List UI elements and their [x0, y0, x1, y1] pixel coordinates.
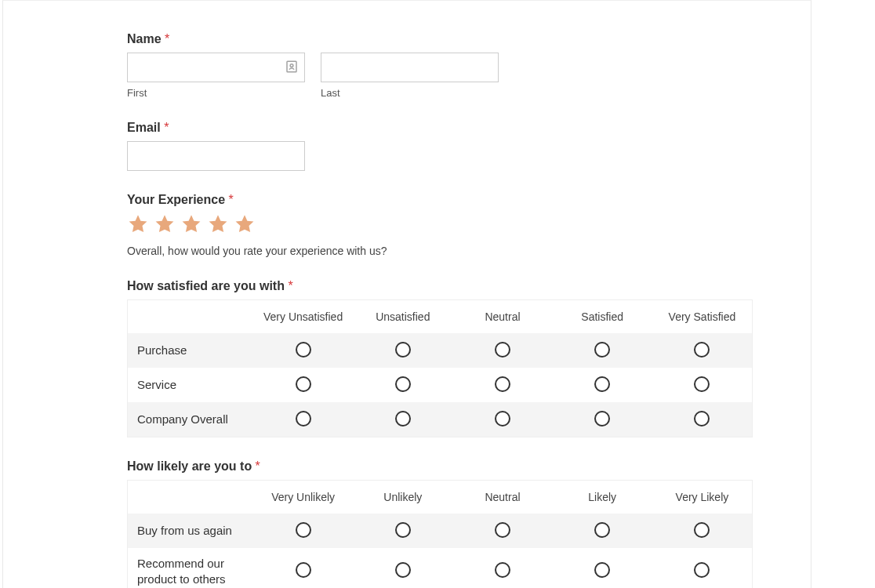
- likert-header-spacer: [128, 309, 253, 325]
- likert-cell: [652, 403, 752, 437]
- likert-cell: [553, 554, 652, 588]
- likert-header: Very UnlikelyUnlikelyNeutralLikelyVery L…: [128, 481, 752, 514]
- star-icon[interactable]: [154, 213, 176, 235]
- email-label: Email *: [127, 121, 754, 135]
- likert-radio[interactable]: [594, 376, 610, 392]
- experience-hint: Overall, how would you rate your experie…: [127, 245, 754, 257]
- satisfaction-field: How satisfied are you with * Very Unsati…: [127, 279, 754, 437]
- likert-radio[interactable]: [594, 411, 610, 426]
- likely-likert: Very UnlikelyUnlikelyNeutralLikelyVery L…: [127, 480, 753, 588]
- likert-radio[interactable]: [395, 411, 411, 426]
- likert-row: Recommend our product to others: [128, 548, 752, 588]
- satisfaction-likert: Very UnsatisfiedUnsatisfiedNeutralSatisf…: [127, 299, 753, 437]
- likert-row: Buy from us again: [128, 514, 752, 548]
- likert-row-label: Buy from us again: [128, 515, 253, 546]
- likert-cell: [452, 368, 552, 402]
- experience-label-text: Your Experience: [127, 193, 225, 206]
- form: Name * First L: [127, 32, 754, 588]
- likert-cell: [452, 403, 552, 437]
- likert-cell: [452, 334, 552, 368]
- likert-radio[interactable]: [395, 522, 411, 538]
- likert-cell: [353, 514, 452, 548]
- first-name-col: First: [127, 53, 305, 99]
- star-icon[interactable]: [180, 213, 202, 235]
- last-name-input[interactable]: [321, 53, 499, 82]
- email-input[interactable]: [127, 141, 305, 171]
- likert-scale-label: Satisfied: [553, 303, 652, 331]
- likert-cell: [553, 403, 652, 437]
- required-mark: *: [288, 279, 292, 292]
- likert-cell: [353, 368, 452, 402]
- likert-cell: [353, 554, 452, 588]
- likert-radio[interactable]: [694, 522, 710, 538]
- likert-cell: [353, 334, 452, 368]
- first-sublabel: First: [127, 87, 305, 99]
- star-rating[interactable]: [127, 213, 754, 235]
- likert-radio[interactable]: [694, 342, 710, 358]
- likert-cell: [253, 554, 353, 588]
- likert-scale-label: Neutral: [452, 303, 552, 331]
- likert-radio[interactable]: [694, 411, 710, 426]
- likely-label: How likely are you to *: [127, 459, 754, 474]
- likert-cell: [652, 368, 752, 402]
- likert-cell: [253, 334, 353, 368]
- likert-row-label: Purchase: [128, 335, 253, 366]
- name-row: First Last: [127, 53, 754, 99]
- star-icon[interactable]: [234, 213, 256, 235]
- likert-row: Service: [128, 368, 752, 402]
- star-icon[interactable]: [127, 213, 149, 235]
- likert-cell: [553, 334, 652, 368]
- star-icon[interactable]: [207, 213, 229, 235]
- likert-scale-label: Very Unsatisfied: [253, 303, 353, 331]
- likert-radio[interactable]: [296, 411, 311, 426]
- likert-scale-label: Unlikely: [353, 483, 452, 511]
- likert-radio[interactable]: [395, 562, 411, 578]
- likert-radio[interactable]: [495, 376, 510, 392]
- satisfaction-label-text: How satisfied are you with: [127, 279, 285, 292]
- likert-radio[interactable]: [495, 342, 510, 358]
- experience-label: Your Experience *: [127, 193, 754, 207]
- satisfaction-label: How satisfied are you with *: [127, 279, 754, 293]
- likert-row-label: Service: [128, 369, 253, 401]
- required-mark: *: [165, 32, 169, 45]
- likert-scale-label: Unsatisfied: [353, 303, 452, 331]
- likert-cell: [253, 403, 353, 437]
- likert-radio[interactable]: [395, 342, 411, 358]
- likert-radio[interactable]: [594, 342, 610, 358]
- likert-row: Company Overall: [128, 402, 752, 437]
- likert-radio[interactable]: [495, 522, 510, 538]
- likert-scale-label: Likely: [553, 483, 652, 511]
- last-name-col: Last: [321, 53, 499, 99]
- likert-cell: [452, 554, 552, 588]
- likert-radio[interactable]: [296, 376, 311, 392]
- likert-radio[interactable]: [495, 411, 510, 426]
- likert-scale-label: Neutral: [452, 483, 552, 511]
- likert-radio[interactable]: [296, 342, 311, 358]
- likert-radio[interactable]: [296, 562, 311, 578]
- likert-cell: [353, 403, 452, 437]
- likert-radio[interactable]: [594, 562, 610, 578]
- likert-cell: [652, 514, 752, 548]
- likert-radio[interactable]: [395, 376, 411, 392]
- first-name-wrap: [127, 53, 305, 82]
- name-label: Name *: [127, 32, 754, 46]
- likert-cell: [652, 334, 752, 368]
- likert-cell: [253, 368, 353, 402]
- likert-scale-label: Very Satisfied: [652, 303, 752, 331]
- likert-scale-label: Very Unlikely: [253, 483, 353, 511]
- likert-radio[interactable]: [594, 522, 610, 538]
- last-sublabel: Last: [321, 87, 499, 99]
- name-field: Name * First L: [127, 32, 754, 99]
- likert-radio[interactable]: [495, 562, 510, 578]
- likert-cell: [553, 514, 652, 548]
- likert-radio[interactable]: [694, 376, 710, 392]
- experience-field: Your Experience * Overall, how would you…: [127, 193, 754, 257]
- first-name-input[interactable]: [127, 53, 305, 82]
- likert-scale-label: Very Likely: [652, 483, 752, 511]
- likert-row-label: Company Overall: [128, 404, 253, 435]
- likert-radio[interactable]: [694, 562, 710, 578]
- likert-radio[interactable]: [296, 522, 311, 538]
- likert-header: Very UnsatisfiedUnsatisfiedNeutralSatisf…: [128, 300, 752, 333]
- required-mark: *: [256, 459, 260, 473]
- likert-row-label: Recommend our product to others: [128, 548, 253, 588]
